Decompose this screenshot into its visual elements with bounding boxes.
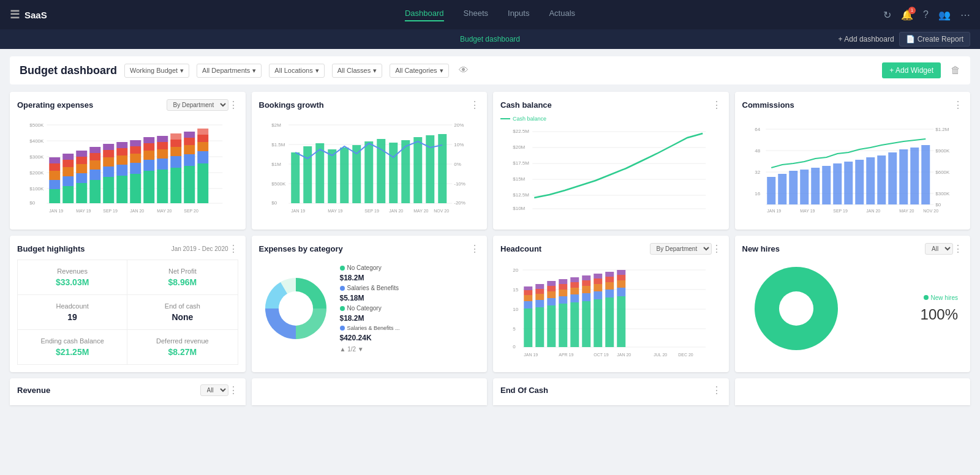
svg-rect-152: [855, 160, 864, 204]
svg-rect-44: [130, 154, 141, 163]
filter-departments[interactable]: All Departments ▾: [197, 64, 262, 78]
partial-empty-1: [252, 378, 488, 405]
svg-rect-21: [62, 154, 74, 160]
svg-text:10%: 10%: [454, 142, 464, 148]
svg-rect-214: [605, 282, 614, 290]
nav-tabs: Dashboard Sheets Inputs Actuals: [405, 9, 575, 21]
svg-text:48: 48: [755, 148, 760, 154]
new-hires-menu-icon[interactable]: ⋮: [953, 243, 963, 255]
svg-text:NOV 20: NOV 20: [923, 209, 938, 213]
svg-rect-213: [605, 290, 614, 297]
svg-rect-33: [103, 166, 114, 177]
svg-rect-45: [130, 146, 141, 154]
tab-inputs[interactable]: Inputs: [508, 9, 529, 21]
headcount-chart: 20 15 10 5 0: [500, 260, 722, 357]
commissions-chart: 64 48 32 16 $1.2M $900K $600K $300K $0: [742, 116, 963, 214]
widget-cash-balance: Cash balance ⋮ Cash balance $22.5M $20M …: [493, 92, 729, 230]
widget-title-cash: Cash balance: [500, 100, 712, 110]
svg-rect-17: [62, 186, 74, 203]
eoc-menu-icon[interactable]: ⋮: [712, 384, 722, 396]
svg-text:$1M: $1M: [271, 162, 281, 167]
cash-menu-icon[interactable]: ⋮: [712, 99, 722, 111]
expenses-pie-chart: [259, 272, 333, 345]
svg-text:0: 0: [513, 344, 516, 350]
svg-rect-221: [617, 270, 625, 275]
opex-filter[interactable]: By Department By Category: [167, 99, 228, 111]
svg-rect-30: [89, 153, 100, 160]
tab-sheets[interactable]: Sheets: [464, 9, 488, 21]
filter-categories[interactable]: All Categories ▾: [390, 64, 448, 78]
filter-working-budget[interactable]: Working Budget ▾: [124, 64, 189, 78]
sub-nav: Budget dashboard + Add dashboard 📄 Creat…: [0, 29, 980, 49]
add-dashboard-button[interactable]: + Add dashboard: [839, 32, 894, 47]
help-icon[interactable]: ?: [923, 9, 929, 20]
partial-title-revenue: Revenue: [17, 386, 195, 395]
tab-actuals[interactable]: Actuals: [549, 9, 575, 21]
svg-text:20: 20: [513, 267, 518, 273]
tab-dashboard[interactable]: Dashboard: [405, 9, 444, 21]
svg-rect-101: [389, 143, 398, 203]
widget-header-expenses-cat: Expenses by category ⋮: [259, 243, 480, 255]
refresh-icon[interactable]: ↻: [883, 9, 891, 21]
filter-classes[interactable]: All Classes ▾: [332, 64, 382, 78]
svg-rect-151: [844, 162, 853, 204]
filter-locations[interactable]: All Locations ▾: [269, 64, 324, 78]
svg-rect-27: [89, 180, 100, 203]
svg-rect-63: [184, 154, 195, 166]
bookings-menu-icon[interactable]: ⋮: [470, 99, 480, 111]
create-report-button[interactable]: 📄 Create Report: [899, 32, 970, 47]
svg-rect-52: [157, 170, 168, 203]
svg-rect-188: [547, 298, 556, 305]
expenses-cat-menu-icon[interactable]: ⋮: [470, 243, 480, 255]
svg-rect-38: [116, 165, 127, 176]
svg-text:$0: $0: [935, 202, 941, 208]
svg-text:20%: 20%: [454, 122, 464, 128]
eye-icon[interactable]: 👁: [459, 65, 469, 76]
revenue-menu-icon[interactable]: ⋮: [228, 384, 238, 396]
svg-rect-31: [89, 147, 100, 153]
opex-menu-icon[interactable]: ⋮: [228, 99, 238, 111]
svg-rect-23: [76, 173, 87, 183]
widget-title-opex: Operating expenses: [17, 100, 162, 110]
svg-point-166: [279, 291, 313, 326]
trash-button[interactable]: 🗑: [951, 65, 960, 76]
svg-rect-153: [866, 157, 875, 204]
more-icon[interactable]: ⋯: [960, 9, 970, 21]
svg-rect-179: [524, 295, 532, 301]
svg-text:SEP 19: SEP 19: [364, 209, 379, 213]
svg-rect-28: [89, 170, 100, 180]
dashboard-title: Budget dashboard: [20, 64, 117, 77]
svg-rect-39: [116, 155, 127, 165]
svg-rect-29: [89, 160, 100, 170]
headcount-filter[interactable]: By Department: [650, 243, 712, 255]
revenue-filter[interactable]: All: [200, 384, 228, 396]
new-hires-filter[interactable]: All: [925, 243, 953, 255]
widget-expenses-category: Expenses by category ⋮: [252, 236, 488, 372]
svg-text:$400K: $400K: [29, 138, 44, 144]
svg-rect-210: [594, 279, 602, 284]
app-name: SaaS: [24, 10, 47, 20]
svg-text:MAY 19: MAY 19: [76, 209, 91, 213]
app-logo[interactable]: ☰ SaaS: [10, 8, 47, 21]
svg-text:$0: $0: [271, 200, 277, 206]
widget-grid-bottom: Budget highlights Jan 2019 - Dec 2020 ⋮ …: [10, 236, 970, 372]
widget-header-highlights: Budget highlights Jan 2019 - Dec 2020 ⋮: [17, 243, 238, 255]
svg-rect-189: [547, 291, 556, 298]
svg-text:0%: 0%: [454, 162, 461, 167]
svg-rect-217: [617, 296, 625, 347]
notification-icon[interactable]: 🔔1: [901, 9, 913, 21]
svg-rect-202: [582, 301, 590, 347]
hamburger-icon[interactable]: ☰: [10, 8, 20, 21]
highlights-menu-icon[interactable]: ⋮: [228, 243, 238, 255]
svg-rect-216: [605, 272, 614, 277]
svg-text:16: 16: [755, 191, 760, 196]
commissions-menu-icon[interactable]: ⋮: [953, 99, 963, 111]
svg-rect-105: [438, 134, 447, 203]
cash-chart: $22.5M $20M $17.5M $15M $12.5M $10M: [500, 124, 722, 222]
svg-text:SEP 20: SEP 20: [184, 209, 198, 213]
add-widget-button[interactable]: + Add Widget: [882, 62, 941, 78]
headcount-menu-icon[interactable]: ⋮: [712, 243, 722, 255]
users-icon[interactable]: 👥: [938, 9, 951, 21]
svg-rect-187: [547, 305, 556, 347]
partial-revenue: Revenue All ⋮: [10, 378, 246, 405]
